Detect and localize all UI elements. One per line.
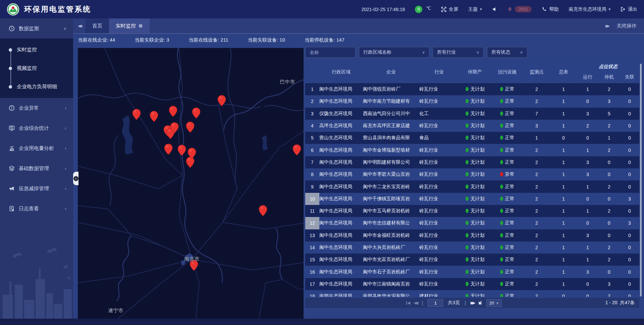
fullscreen-button[interactable]: 全屏 [441,6,458,12]
cell-production-status: 无计划 [459,232,491,238]
page-size-select[interactable]: 20 ∨ [486,299,501,307]
tabs-scroll-left-button[interactable]: ◀◀ [73,18,86,33]
table-row[interactable]: 4高坪生态环境局南充市高坪区王家店建砖瓦行业无计划正常31220 [305,120,639,132]
sidebar-collapse-toggle[interactable]: ‹ [73,172,78,185]
table-row[interactable]: 17阆中生态环境局阆中市江南镇阆南页岩砖瓦行业无计划正常21030 [305,278,639,290]
column-header-stopped[interactable]: 停机 [598,74,620,80]
table-row[interactable]: 11阆中生态环境局阆中市五马桥页岩机砖砖瓦行业无计划正常21120 [305,205,639,217]
industry-select[interactable]: 所有行业 ∨ [433,47,484,58]
map-pin[interactable] [177,145,186,156]
notification-button[interactable]: 2632 [507,6,532,12]
cell-index: 18 [305,290,319,297]
sidebar-item[interactable]: 应急减排管理‹ [0,178,73,199]
sidebar-subitem[interactable]: 企业电力负荷明细 [0,77,73,96]
sidebar-item[interactable]: 企业用电量分析‹ [0,138,73,158]
sidebar-subitem[interactable]: 实时监控 [0,41,73,59]
cell-index: 2 [305,95,319,107]
column-header-industry[interactable]: 行业 [419,61,459,83]
close-operations-button[interactable]: 关闭操作 [613,23,644,29]
status-select[interactable]: 所有状态 ∨ [487,47,527,58]
table-scrollbar[interactable] [640,64,642,296]
cell-company: 阆中市枣碧大梁山页岩 [363,171,419,177]
theme-dropdown[interactable]: 主题 ▾ [468,6,482,12]
org-dropdown[interactable]: 南充市生态环境局 ▾ [569,6,610,12]
sidebar-item[interactable]: 企业异常‹ [0,98,73,118]
column-header-meters[interactable]: 总表 [550,61,577,83]
column-header-monitors[interactable]: 监测点 [523,61,550,83]
cell-facility-status: 正常 [491,257,523,263]
map-pin[interactable] [259,205,267,216]
map-pin[interactable] [170,122,179,133]
last-page-button[interactable]: ▶ [479,301,482,305]
close-icon[interactable]: ⊗ [139,23,143,29]
cell-region: 阆中生态环境局 [319,86,363,92]
sidebar-item[interactable]: 日志查看‹ [0,199,73,219]
stat-item: 当前在线设备: 211 [189,37,228,43]
table-row[interactable]: 1阆中生态环境局阆中强锐页岩砖厂砖瓦行业无计划正常21120 [305,83,639,95]
table-row[interactable]: 8阆中生态环境局阆中市枣碧大梁山页岩砖瓦行业无计划异常21300 [305,168,639,180]
column-header-running[interactable]: 运行 [577,74,598,80]
map-pin[interactable] [192,107,201,119]
map-panel[interactable]: 巴中市南充市遂宁市 [78,48,304,319]
table-row[interactable]: 10阆中生态环境局阆中千佛镇五郎垭页岩砖瓦行业无计划正常21003 [305,193,639,205]
table-row[interactable]: 16阆中生态环境局阆中市石子页岩机砖厂砖瓦行业无计划正常21300 [305,266,639,278]
column-header-production[interactable]: 停限产 [459,61,491,83]
table-row[interactable]: 2阆中生态环境局阆中市南方节能建材有砖瓦行业无计划正常21030 [305,95,639,107]
logout-button[interactable]: 退出 [621,6,637,12]
table-row[interactable]: 7阆中生态环境局阆中明阳建材有限公司砖瓦行业无计划正常21300 [305,156,639,168]
sidebar-item[interactable]: 数据监测∨ [0,18,73,39]
map-pin[interactable] [292,144,301,156]
sidebar-subitem[interactable]: 视频监控 [0,59,73,77]
cell-meters: 1 [550,99,577,104]
table-row[interactable]: 13阆中生态环境局阆中市金福旺页岩机砖砖瓦行业无计划正常21300 [305,229,639,241]
mute-button[interactable] [492,7,497,12]
map-pin[interactable] [169,106,177,117]
table-row[interactable]: 9阆中生态环境局阆中市二龙长宝页岩砖砖瓦行业无计划正常21120 [305,180,639,193]
stat-label: 当前失联设备: [248,37,280,43]
city-silhouette-decoration [0,246,73,325]
cell-stopped: 5 [598,111,620,116]
map-pin[interactable] [150,111,158,122]
cell-index: 10 [305,193,319,205]
table-row[interactable]: 6阆中生态环境局阆中市金博瑞新型墙材砖瓦行业无计划正常21120 [305,144,639,156]
cell-running: 0 [577,135,598,141]
sidebar-item[interactable]: 企业综合统计‹ [0,118,73,138]
status-dot-icon [466,257,469,262]
region-select[interactable]: 行政区域名称 ∨ [359,47,429,58]
first-page-button[interactable]: ◀ [406,301,409,305]
cell-disconnected: 3 [620,196,639,202]
cell-index: 1 [305,83,319,95]
name-search-input[interactable] [305,47,356,58]
table-row[interactable]: 3仪陇生态环境局西南油气田分公司川中化工无计划正常71350 [305,108,639,120]
cell-region: 阆中生态环境局 [319,245,363,251]
help-button[interactable]: 帮助 [542,6,558,12]
tabs-scroll-right-button[interactable]: ▶▶ [601,24,613,28]
map-pin[interactable] [186,157,195,168]
map-pin[interactable] [186,121,195,133]
next-page-button[interactable]: ▶▶ [471,301,474,305]
cell-monitors: 2 [523,245,550,250]
tab-首页[interactable]: 首页 [86,18,109,33]
region-select-value: 行政区域名称 [363,49,391,55]
map-pin[interactable] [164,144,173,155]
map-pin[interactable] [132,109,141,120]
table-row[interactable]: 5营山生态环境局营山县润丰肉食品有限食品无计划正常10010 [305,132,639,144]
column-header-disconnected[interactable]: 失联 [620,74,639,80]
org-name: 南充市生态环境局 [569,6,606,12]
cell-stopped: 3 [598,281,620,287]
column-header-region[interactable]: 行政区域 [319,61,363,83]
cell-index: 16 [305,266,319,278]
cell-meters: 1 [550,245,577,250]
table-row[interactable]: 18南部生态环境局南部县政华水泥有限公建材行业无计划正常20020 [305,290,639,297]
table-row[interactable]: 15阆中生态环境局阆中市光富页岩机砖厂砖瓦行业无计划正常21120 [305,254,639,266]
table-row[interactable]: 14阆中生态环境局阆中大兴页岩机砖厂砖瓦行业无计划正常21120 [305,241,639,254]
table-row[interactable]: 12阆中生态环境局阆中市忠信建材有限公砖瓦行业无计划正常21003 [305,217,639,229]
previous-page-button[interactable]: ◀◀ [414,301,417,305]
page-number-input[interactable] [428,299,443,307]
sidebar-item[interactable]: 基础数据管理‹ [0,158,73,178]
map-pin[interactable] [217,95,226,106]
column-header-facility[interactable]: 治污设施 [491,61,523,83]
tab-实时监控[interactable]: 实时监控⊗ [109,18,150,33]
column-header-company[interactable]: 企业 [363,61,419,83]
column-header-index[interactable] [305,61,319,83]
